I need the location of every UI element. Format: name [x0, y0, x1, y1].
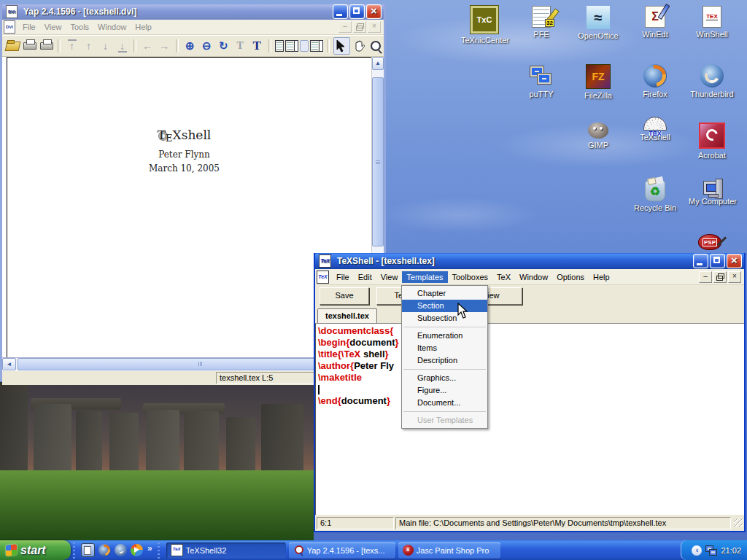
desktop-icon-pfe[interactable]: 32PFE [518, 6, 565, 39]
task-yap[interactable]: Yap 2.4.1596 - [texs... [289, 542, 395, 559]
tab-texshell-tex[interactable]: texshell.tex [317, 308, 377, 323]
menu-tex[interactable]: TeX [492, 271, 515, 283]
network-icon[interactable] [705, 545, 717, 555]
menu-file[interactable]: File [332, 271, 354, 283]
quicklaunch-overflow-chevron[interactable]: » [147, 543, 152, 553]
icon-art: ♻ [650, 184, 660, 198]
cursor-position: 6:1 [317, 517, 394, 529]
menu-item-document[interactable]: Document... [402, 397, 487, 409]
view-single-icon[interactable] [275, 40, 285, 52]
yap-titlebar[interactable]: DVI Yap 2.4.1596 - [texshell.dvi] [2, 4, 384, 20]
last-page-icon[interactable]: ↓ [115, 38, 130, 54]
start-button[interactable]: start [0, 540, 71, 560]
firefox-quick-icon[interactable] [98, 544, 111, 556]
menu-templates[interactable]: Templates [402, 271, 447, 283]
taskbar: start » TeXTeXShell32Yap 2.4.1596 - [tex… [0, 540, 747, 560]
desktop-icon-recycle-bin[interactable]: ♻Recycle Bin [632, 181, 678, 212]
print-all-icon[interactable] [39, 38, 54, 54]
first-page-icon[interactable]: ↑ [64, 38, 80, 54]
prev-page-icon[interactable]: ↑ [81, 38, 96, 54]
maximize-button[interactable] [349, 4, 365, 19]
menu-item-graphics[interactable]: Graphics... [402, 372, 487, 384]
desktop-icon-winshell[interactable]: TEXWinShell [689, 6, 735, 39]
taskbar-clock[interactable]: 21:02 [721, 546, 741, 555]
thunderbird-quick-icon[interactable] [115, 544, 127, 556]
menu-item-chapter[interactable]: Chapter [402, 287, 487, 300]
yap-menu-view[interactable]: View [40, 21, 66, 33]
code-token: } [385, 349, 389, 359]
view-facing-icon[interactable] [285, 40, 295, 52]
refresh-icon[interactable]: ↻ [216, 38, 231, 54]
menu-view[interactable]: View [376, 271, 403, 283]
yap-menu-window[interactable]: Window [93, 21, 131, 33]
view-continuous-facing-icon[interactable] [310, 40, 320, 52]
menu-edit[interactable]: Edit [354, 271, 376, 283]
minimize-button[interactable] [333, 4, 348, 19]
menu-options[interactable]: Options [552, 271, 589, 283]
desktop-icon-thunderbird[interactable]: Thunderbird [689, 64, 735, 98]
close-button[interactable] [366, 4, 382, 19]
view-continuous-icon[interactable] [300, 40, 309, 52]
save-button[interactable]: Save [320, 287, 369, 305]
resize-grip[interactable] [734, 518, 743, 527]
stone [76, 411, 102, 480]
yap-menu-file[interactable]: File [18, 21, 40, 33]
back-icon[interactable]: ← [140, 38, 155, 54]
texshell-titlebar[interactable]: TeX TeXShell - [texshell.tex] [315, 253, 744, 269]
psp-desktop-icon[interactable]: PSP [697, 234, 723, 253]
hand-tool-icon[interactable] [352, 38, 367, 54]
desktop-icon-openoffice[interactable]: ≈OpenOffice [575, 6, 622, 40]
dvi-doc-icon: DVI [4, 20, 15, 34]
zoom-out-icon[interactable]: ⊖ [199, 38, 214, 54]
menu-help[interactable]: Help [589, 271, 614, 283]
desktop-icon-my-computer[interactable]: My Computer [689, 181, 735, 206]
menu-item-description[interactable]: Description [402, 354, 487, 367]
desktop-icon-filezilla[interactable]: FZFileZilla [575, 64, 622, 100]
toolbar-separator [133, 39, 136, 52]
desktop-icon-winedt[interactable]: ΣWinEdt [632, 6, 678, 39]
mdi-close-button[interactable]: × [728, 271, 741, 283]
text-tool-icon[interactable]: T [249, 38, 265, 54]
mdi-minimize-button[interactable]: – [699, 271, 712, 283]
system-tray: ‹ 21:02 [681, 540, 747, 560]
code-line: \title{\TeX shell} [318, 349, 744, 360]
menu-item-enumeration[interactable]: Enumeration [402, 330, 487, 342]
openoffice-icon: ≈ [587, 6, 610, 29]
scroll-up-button[interactable]: ▲ [372, 57, 384, 70]
task-psp[interactable]: 8Jasc Paint Shop Pro [398, 542, 500, 559]
menu-item-items[interactable]: Items [402, 342, 487, 354]
menu-item-section[interactable]: Section [402, 300, 487, 312]
ruler-tool-icon[interactable]: T [233, 38, 248, 54]
scroll-left-button[interactable]: ◄ [2, 358, 16, 370]
menu-item-figure[interactable]: Figure... [402, 384, 487, 397]
show-desktop-icon[interactable] [81, 543, 95, 557]
mdi-restore-button [353, 21, 366, 33]
open-icon[interactable] [5, 38, 20, 54]
desktop-icon-texniccenter[interactable]: TxCTeXnicCenter [461, 6, 508, 44]
scroll-thumb[interactable] [372, 77, 384, 246]
code-editor[interactable]: \documentclass{\begin{document}\title{\T… [315, 324, 744, 515]
zoom-in-icon[interactable]: ⊕ [182, 38, 198, 54]
menu-window[interactable]: Window [515, 271, 552, 283]
desktop-icon-gimp[interactable]: GIMP [575, 122, 622, 149]
menu-toolboxes[interactable]: Toolboxes [448, 271, 493, 283]
menu-item-subsection[interactable]: Subsection [402, 312, 487, 324]
print-icon[interactable] [22, 38, 37, 54]
minimize-button[interactable] [693, 254, 708, 268]
desktop-icon-firefox[interactable]: Firefox [632, 64, 678, 98]
desktop-icon-putty[interactable]: puTTY [518, 64, 565, 98]
forward-icon[interactable]: → [157, 38, 172, 54]
mdi-restore-button[interactable] [713, 271, 727, 283]
desktop-icon-acrobat[interactable]: Acrobat [689, 122, 735, 160]
select-tool-icon[interactable] [333, 37, 350, 55]
media-player-icon[interactable] [131, 544, 143, 556]
maximize-button[interactable] [710, 254, 725, 268]
desktop-icon-texshell[interactable]: TEXTeXshell [632, 122, 678, 141]
close-button[interactable] [727, 254, 742, 268]
magnify-tool-icon[interactable] [368, 38, 384, 54]
yap-menu-tools[interactable]: Tools [66, 21, 93, 33]
tray-collapse-icon[interactable]: ‹ [692, 545, 702, 556]
yap-menu-help[interactable]: Help [131, 21, 156, 33]
task-texshell[interactable]: TeXTeXShell32 [166, 542, 286, 559]
next-page-icon[interactable]: ↓ [98, 38, 113, 54]
